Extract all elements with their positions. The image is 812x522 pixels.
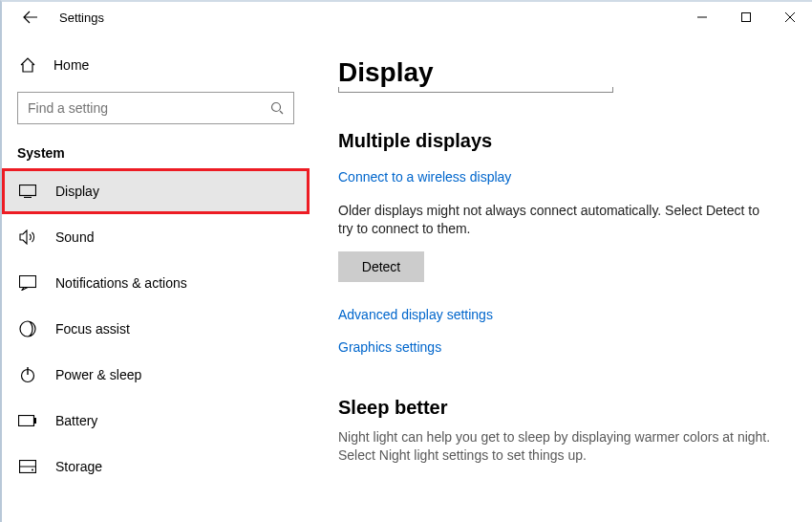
svg-rect-0 bbox=[742, 13, 751, 22]
detect-button[interactable]: Detect bbox=[338, 251, 424, 282]
sound-icon bbox=[17, 229, 38, 245]
sidebar-item-sound[interactable]: Sound bbox=[2, 214, 310, 260]
home-label: Home bbox=[53, 57, 89, 73]
sidebar-item-label: Focus assist bbox=[55, 321, 130, 337]
titlebar: Settings bbox=[2, 2, 812, 33]
sidebar-item-storage[interactable]: Storage bbox=[2, 444, 310, 489]
minimize-icon bbox=[697, 12, 707, 22]
close-button[interactable] bbox=[768, 2, 812, 33]
svg-point-8 bbox=[32, 469, 33, 471]
arrow-left-icon bbox=[23, 10, 38, 25]
page-title: Display bbox=[338, 57, 783, 88]
home-button[interactable]: Home bbox=[2, 48, 310, 82]
svg-rect-3 bbox=[20, 276, 36, 288]
window-title: Settings bbox=[59, 11, 104, 25]
sidebar-item-power-sleep[interactable]: Power & sleep bbox=[2, 352, 310, 398]
search-icon bbox=[270, 101, 284, 115]
search-box[interactable] bbox=[17, 92, 294, 124]
sidebar-item-battery[interactable]: Battery bbox=[2, 398, 310, 444]
window-controls bbox=[680, 2, 812, 33]
focus-assist-icon bbox=[17, 320, 38, 337]
sidebar-item-display[interactable]: Display bbox=[2, 168, 310, 214]
svg-rect-5 bbox=[19, 416, 34, 426]
svg-rect-2 bbox=[20, 185, 36, 196]
maximize-button[interactable] bbox=[724, 2, 768, 33]
battery-icon bbox=[17, 415, 38, 426]
svg-rect-6 bbox=[34, 418, 36, 424]
minimize-button[interactable] bbox=[680, 2, 724, 33]
home-icon bbox=[17, 56, 38, 74]
sidebar: Home System Display bbox=[2, 33, 310, 522]
maximize-icon bbox=[741, 12, 751, 22]
svg-point-1 bbox=[272, 103, 281, 112]
search-input[interactable] bbox=[28, 100, 270, 116]
detect-paragraph: Older displays might not always connect … bbox=[338, 202, 778, 238]
back-button[interactable] bbox=[17, 4, 44, 31]
title-underline bbox=[338, 87, 613, 93]
power-icon bbox=[17, 366, 38, 383]
sidebar-item-label: Power & sleep bbox=[55, 367, 141, 382]
sleep-paragraph: Night light can help you get to sleep by… bbox=[338, 428, 778, 465]
sidebar-item-label: Notifications & actions bbox=[55, 275, 187, 291]
notifications-icon bbox=[17, 275, 38, 291]
sidebar-item-label: Battery bbox=[55, 413, 97, 428]
close-icon bbox=[785, 12, 795, 22]
category-label: System bbox=[2, 124, 310, 168]
sidebar-item-label: Sound bbox=[55, 229, 94, 245]
sidebar-item-label: Storage bbox=[55, 459, 102, 474]
storage-icon bbox=[17, 460, 38, 473]
nav-list: Display Sound Notifications & actions bbox=[2, 168, 310, 489]
main-content: Display Multiple displays Connect to a w… bbox=[310, 33, 812, 522]
section-multiple-displays: Multiple displays bbox=[338, 130, 783, 152]
link-graphics-settings[interactable]: Graphics settings bbox=[338, 339, 783, 355]
display-icon bbox=[17, 185, 38, 198]
link-wireless-display[interactable]: Connect to a wireless display bbox=[338, 169, 783, 185]
sidebar-item-label: Display bbox=[55, 184, 99, 199]
link-advanced-display[interactable]: Advanced display settings bbox=[338, 307, 783, 322]
sidebar-item-focus-assist[interactable]: Focus assist bbox=[2, 306, 310, 352]
section-sleep-better: Sleep better bbox=[338, 397, 783, 419]
sidebar-item-notifications[interactable]: Notifications & actions bbox=[2, 260, 310, 306]
